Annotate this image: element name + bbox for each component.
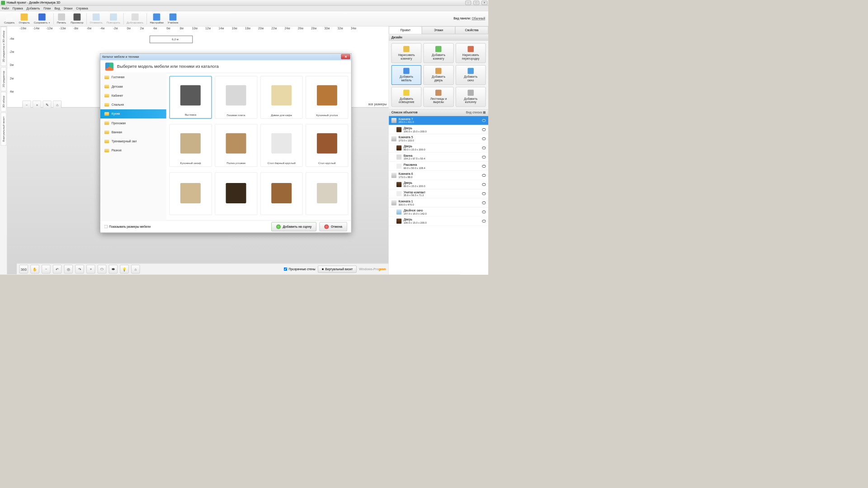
catalog-item[interactable]: Стол круглый <box>306 124 348 167</box>
toolbar-Учебник[interactable]: Учебник <box>165 12 180 25</box>
catalog-item[interactable] <box>215 172 257 215</box>
visibility-icon[interactable] <box>482 202 486 204</box>
toolbar-Просмотр[interactable]: Просмотр <box>69 12 85 25</box>
floor-plan[interactable]: 6,2 м <box>150 36 193 43</box>
toolbar-Повторить[interactable]: Повторить <box>104 12 122 25</box>
left-tab-1[interactable]: 2D-редактор <box>0 67 6 91</box>
visibility-icon[interactable] <box>482 165 486 168</box>
catalog-item[interactable]: Кухонный шкаф <box>170 124 212 167</box>
menu-правка[interactable]: Правка <box>13 6 23 10</box>
catalog-item[interactable]: Кухонный уголок <box>306 76 348 119</box>
toolbar-Сохранить[interactable]: Сохранить▼ <box>32 12 52 25</box>
left-tab-2[interactable]: 3D-обзор <box>0 92 6 112</box>
left-tab-3[interactable]: Виртуальный визит <box>0 113 6 145</box>
object-row[interactable]: Комната 1300.0 x 470.0 <box>389 198 488 207</box>
category-Ванная[interactable]: Ванная <box>100 128 166 137</box>
catalog-item[interactable]: Полка угловая <box>215 124 257 167</box>
category-Кабинет[interactable]: Кабинет <box>100 91 166 100</box>
object-row[interactable]: Комната 7283.0 x 431.0 <box>389 116 488 125</box>
visibility-icon[interactable] <box>482 119 486 122</box>
cancel-button[interactable]: Отмена <box>320 222 347 231</box>
catalog-item[interactable] <box>170 172 212 215</box>
menu-добавить[interactable]: Добавить <box>27 6 40 10</box>
catalog-item[interactable]: Газовая плита <box>215 76 257 119</box>
object-row[interactable]: Унитаз компакт35.6 x 56.5 x 71.2 <box>389 189 488 198</box>
lasso-button[interactable]: ⬬ <box>109 265 118 273</box>
toolbar-Открыть[interactable]: Открыть <box>17 12 32 25</box>
select-button[interactable]: ⬭ <box>98 265 106 273</box>
panel-mode-value[interactable]: Обычный <box>472 17 485 20</box>
menu-план[interactable]: План <box>43 6 51 10</box>
design-btn-Нарисовать-перегородку[interactable]: Нарисоватьперегородку <box>456 43 486 63</box>
menu-вид[interactable]: Вид <box>54 6 60 10</box>
design-btn-Добавить-колонну[interactable]: Добавитьколонну <box>456 87 486 107</box>
view-list-toggle[interactable]: Вид списка ▦ <box>466 111 486 114</box>
rotate-right-button[interactable]: ↷ <box>75 265 84 273</box>
catalog-item[interactable]: Диван для кафе <box>260 76 303 119</box>
category-Разное[interactable]: Разное <box>100 146 166 155</box>
design-btn-Лестницы и-вырезы[interactable]: Лестницы ивырезы <box>424 87 454 107</box>
object-row[interactable]: Дверь80.0 x 15.0 x 200.0 <box>389 143 488 152</box>
object-row[interactable]: Двойное окно147.0 x 15.0 x 142.0 <box>389 207 488 216</box>
visibility-icon[interactable] <box>482 211 486 213</box>
toolbar-Создать[interactable]: Создать <box>2 12 17 25</box>
category-Гостиная[interactable]: Гостиная <box>100 73 166 82</box>
object-row[interactable]: Комната 5173.0 x 133.0 <box>389 134 488 143</box>
light-button[interactable]: 💡 <box>120 265 129 273</box>
minimize-button[interactable]: — <box>465 0 471 5</box>
design-btn-Нарисовать-комнату[interactable]: Нарисоватькомнату <box>392 43 422 63</box>
menu-этажи[interactable]: Этажи <box>63 6 72 10</box>
category-Кухня[interactable]: Кухня <box>100 109 166 118</box>
maximize-button[interactable]: □ <box>473 0 479 5</box>
category-Тренажерный зал[interactable]: Тренажерный зал <box>100 137 166 146</box>
show-sizes-checkbox[interactable] <box>104 225 108 228</box>
design-btn-Добавить-комнату[interactable]: Добавитькомнату <box>424 43 454 63</box>
menu-справка[interactable]: Справка <box>76 6 88 10</box>
visibility-icon[interactable] <box>482 146 486 149</box>
design-btn-Добавить-окно[interactable]: Добавитьокно <box>456 65 486 85</box>
toolbar-Отменить[interactable]: Отменить <box>88 12 104 25</box>
object-row[interactable]: Раковина60.0 x 50.0 x 108.4 <box>389 162 488 171</box>
add-to-scene-button[interactable]: Добавить на сцену <box>271 222 316 231</box>
virtual-visit-button[interactable]: ■ Виртуальный визит <box>318 266 356 273</box>
object-row[interactable]: Ванна154.2 x 67.5 x 50.4 <box>389 153 488 162</box>
catalog-item[interactable] <box>260 172 303 215</box>
show-sizes-option[interactable]: Показывать размеры мебели <box>104 225 151 229</box>
rotate-left-button[interactable]: ↶ <box>53 265 61 273</box>
right-tab-Свойства[interactable]: Свойства <box>455 27 488 34</box>
category-Детская[interactable]: Детская <box>100 82 166 91</box>
visibility-icon[interactable] <box>482 137 486 140</box>
design-btn-Добавить-дверь[interactable]: Добавитьдверь <box>424 65 454 85</box>
left-tab-0[interactable]: 2D-редактор и 3D-обзор <box>0 27 6 66</box>
toolbar-Дублировать[interactable]: Дублировать <box>125 12 146 25</box>
transparent-walls-checkbox[interactable] <box>284 267 287 271</box>
visibility-icon[interactable] <box>482 192 486 195</box>
home-3d-button[interactable]: ⌂ <box>131 265 140 273</box>
modal-close-button[interactable]: ✕ <box>341 54 350 59</box>
right-tab-Этажи[interactable]: Этажи <box>422 27 455 34</box>
object-row[interactable]: Дверь100.0 x 15.0 x 200.0 <box>389 125 488 134</box>
design-btn-Добавить-мебель[interactable]: Добавитьмебель <box>392 65 422 85</box>
center-button[interactable]: ◎ <box>64 265 73 273</box>
catalog-item[interactable]: Стол барный круглый <box>260 124 303 167</box>
visibility-icon[interactable] <box>482 174 486 177</box>
zoom-in-3d-button[interactable]: ＋ <box>86 265 95 273</box>
object-row[interactable]: Дверь100.0 x 15.0 x 200.0 <box>389 216 488 225</box>
design-btn-Добавить-освещение[interactable]: Добавитьосвещение <box>392 87 422 107</box>
toolbar-Печать[interactable]: Печать <box>55 12 69 25</box>
catalog-item[interactable]: Вытяжка <box>170 76 212 119</box>
object-row[interactable]: Дверь80.0 x 15.0 x 200.0 <box>389 180 488 189</box>
visibility-icon[interactable] <box>482 156 486 159</box>
visibility-icon[interactable] <box>482 183 486 186</box>
zoom-out-3d-button[interactable]: － <box>42 265 50 273</box>
pan-button[interactable]: ✋ <box>31 265 39 273</box>
all-sizes-toggle[interactable]: все размеры <box>368 103 387 106</box>
menu-файл[interactable]: Файл <box>1 6 9 10</box>
catalog-item[interactable] <box>306 172 348 215</box>
toolbar-Настройки[interactable]: Настройки <box>148 12 165 25</box>
visibility-icon[interactable] <box>482 128 486 131</box>
category-Прихожая[interactable]: Прихожая <box>100 119 166 128</box>
360-button[interactable]: 360 <box>19 265 28 273</box>
visibility-icon[interactable] <box>482 220 486 222</box>
close-button[interactable]: ✕ <box>481 0 487 5</box>
